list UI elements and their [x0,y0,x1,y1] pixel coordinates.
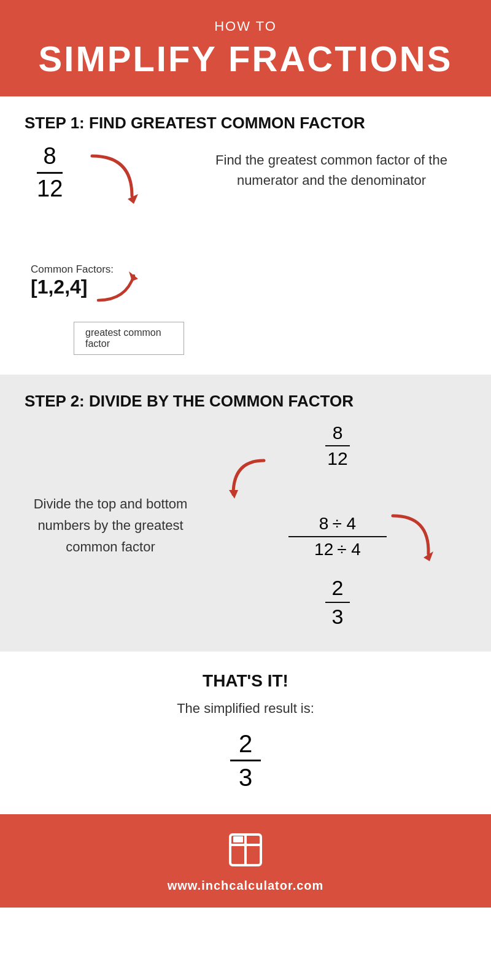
step2-orig-line [325,445,350,446]
step2-result-denominator: 3 [332,604,344,629]
arrow-down-right-icon [80,150,141,211]
thatsit-section: THAT'S IT! The simplified result is: 2 3 [0,651,491,814]
divide-num-op: ÷ 4 [332,513,356,535]
header-title: SIMPLIFY FRACTIONS [12,38,479,79]
arrow-curve-left-icon [227,457,276,507]
step2-right: 8 12 8 ÷ 4 [209,422,466,629]
step1-fraction-line [37,172,63,174]
step2-fraction-result: 2 3 [325,575,350,629]
arrow-down-curve-right-icon [381,510,436,565]
step1-denominator: 12 [37,175,63,202]
divide-denominator-row: 12 ÷ 4 [314,539,361,561]
svg-marker-2 [229,490,238,499]
gcf-tooltip: greatest common factor [74,322,184,355]
final-fraction-line [230,760,261,761]
step1-left: 8 12 Common Factors: [1,2,4] [25,144,184,355]
final-fraction: 2 3 [230,729,261,792]
divide-fraction-line [288,536,387,537]
step2-fraction-divide: 8 ÷ 4 12 ÷ 4 [288,507,387,561]
step1-numerator: 8 [44,144,56,171]
step2-orig-denominator: 12 [327,448,347,470]
final-denominator: 3 [239,763,252,792]
divide-numerator-row: 8 ÷ 4 [319,513,356,535]
step1-description: Find the greatest common factor of the n… [184,144,466,190]
step2-result-numerator: 2 [332,575,344,601]
header-subtitle: HOW TO [12,18,479,34]
step2-section: STEP 2: DIVIDE BY THE COMMON FACTOR Divi… [0,375,491,651]
footer-url: www.inchcalculator.com [12,879,479,893]
fraction-divide-inner: 8 ÷ 4 12 ÷ 4 [288,513,387,561]
step1-heading: STEP 1: FIND GREATEST COMMON FACTOR [25,114,466,133]
svg-marker-1 [129,271,138,281]
step2-result-line [325,602,350,603]
thatsit-text: The simplified result is: [25,701,466,717]
step1-fraction: 8 12 [37,144,63,202]
step2-description: Divide the top and bottom numbers by the… [25,493,209,558]
step2-orig-numerator: 8 [333,422,343,444]
footer: www.inchcalculator.com [0,814,491,908]
step2-content: Divide the top and bottom numbers by the… [25,422,466,629]
final-numerator: 2 [239,729,252,758]
arrow-up-right-icon [92,266,141,303]
divide-den: 12 [314,539,333,561]
step2-heading: STEP 2: DIVIDE BY THE COMMON FACTOR [25,392,466,411]
divide-num: 8 [319,513,329,535]
header: HOW TO SIMPLIFY FRACTIONS [0,0,491,96]
step1-section: STEP 1: FIND GREATEST COMMON FACTOR 8 12… [0,96,491,375]
divide-den-op: ÷ 4 [337,539,361,561]
thatsit-heading: THAT'S IT! [25,671,466,691]
step1-content: 8 12 Common Factors: [1,2,4] [25,144,466,355]
svg-rect-7 [233,836,243,842]
step2-arrow-wrapper [209,470,466,507]
step2-fraction-original: 8 12 [325,422,350,470]
calculator-icon [12,831,479,874]
